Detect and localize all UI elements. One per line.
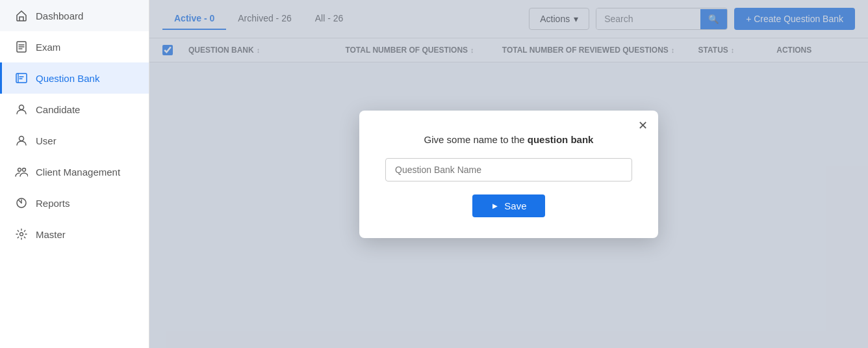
sidebar-item-master[interactable]: Master — [0, 219, 149, 250]
sidebar-item-label: Client Management — [36, 167, 120, 178]
svg-point-2 — [19, 105, 24, 110]
svg-point-3 — [19, 137, 24, 141]
sidebar-item-label: Question Bank — [36, 73, 99, 84]
sidebar-item-label: Exam — [36, 42, 60, 53]
sidebar-item-label: Master — [36, 229, 66, 240]
modal-title-bold: question bank — [528, 134, 594, 145]
save-label: Save — [504, 200, 526, 211]
sidebar-item-exam[interactable]: Exam — [0, 31, 149, 62]
modal-overlay: ✕ Give some name to the question bank ► … — [149, 0, 868, 348]
question-bank-name-input[interactable] — [385, 158, 632, 181]
modal-close-button[interactable]: ✕ — [638, 120, 648, 131]
sidebar: Dashboard Exam Question Bank Candid — [0, 0, 149, 348]
sidebar-item-label: Candidate — [36, 104, 80, 115]
create-question-bank-modal: ✕ Give some name to the question bank ► … — [359, 111, 658, 238]
svg-point-4 — [18, 168, 21, 172]
modal-title: Give some name to the question bank — [424, 134, 594, 145]
client-icon — [15, 165, 28, 178]
reports-icon — [15, 196, 28, 209]
sidebar-item-question-bank[interactable]: Question Bank — [0, 62, 149, 94]
sidebar-item-client-management[interactable]: Client Management — [0, 156, 149, 187]
sidebar-item-user[interactable]: User — [0, 125, 149, 156]
sidebar-item-label: Reports — [36, 198, 70, 209]
sidebar-item-label: Dashboard — [36, 10, 83, 21]
sidebar-item-dashboard[interactable]: Dashboard — [0, 0, 149, 31]
user-icon — [15, 134, 28, 147]
candidate-icon — [15, 103, 28, 116]
master-icon — [15, 228, 28, 241]
home-icon — [15, 9, 28, 22]
arrow-right-icon: ► — [491, 201, 499, 211]
main-content: Active - 0 Archived - 26 All - 26 Action… — [149, 0, 868, 348]
modal-save-button[interactable]: ► Save — [472, 194, 544, 217]
sidebar-item-label: User — [36, 135, 57, 146]
sidebar-item-reports[interactable]: Reports — [0, 187, 149, 219]
svg-point-7 — [20, 233, 23, 236]
exam-icon — [15, 40, 28, 53]
sidebar-item-candidate[interactable]: Candidate — [0, 94, 149, 125]
svg-point-5 — [23, 168, 26, 172]
question-bank-icon — [15, 72, 28, 85]
